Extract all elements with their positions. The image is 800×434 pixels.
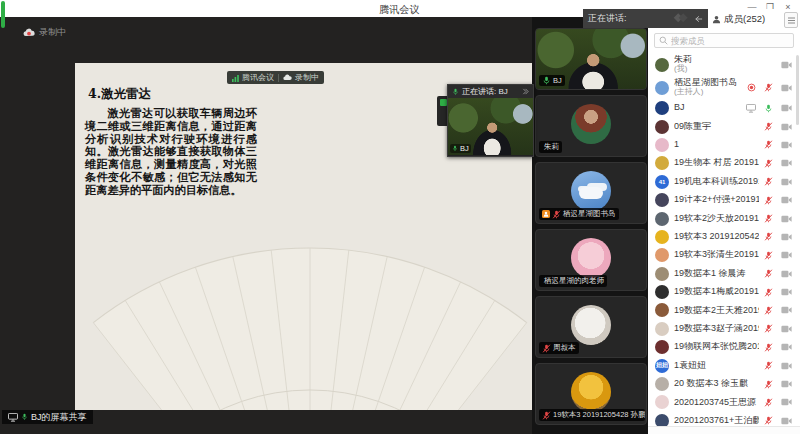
member-row[interactable]: 栖迟星湖图书岛 (主持人) (648, 76, 800, 99)
video-tile[interactable]: 栖迟星湖的肉老师 (535, 229, 647, 291)
member-row[interactable]: 妞妞 1袁妞妞 (648, 356, 800, 374)
screen-icon[interactable] (746, 104, 756, 113)
record-icon[interactable] (747, 83, 756, 92)
member-row[interactable]: 19数据本1 徐晨涛 (648, 265, 800, 283)
member-name: 20 数据本3 徐玉麒 (674, 379, 759, 389)
member-row[interactable]: 20201203761+王泊麒 (648, 412, 800, 426)
tile-name-label: 栖迟星湖的肉老师 (544, 276, 604, 286)
camera-icon[interactable] (781, 362, 792, 370)
mic-off-icon[interactable] (764, 269, 773, 278)
camera-icon[interactable] (781, 123, 792, 131)
meeting-stage: 录制中 腾讯会议 录制中 4.激光雷达 激光雷达可 (0, 17, 532, 434)
member-row[interactable]: 41 19机电本科训练20191205641 (648, 173, 800, 191)
video-tile[interactable]: 栖迟星湖图书岛 (535, 162, 647, 224)
member-row[interactable]: 19生物本 村居 20191205623 (648, 154, 800, 172)
video-tile[interactable]: BJ (535, 28, 647, 90)
collapse-panel-icon[interactable] (694, 15, 703, 23)
camera-icon[interactable] (781, 61, 792, 69)
camera-icon[interactable] (781, 159, 792, 167)
member-name: 朱莉 (674, 55, 776, 65)
recording-label: 录制中 (39, 26, 66, 39)
active-speaker-title: 正在讲话: BJ (462, 86, 508, 97)
mic-off-icon[interactable] (764, 251, 773, 260)
camera-icon[interactable] (781, 233, 792, 241)
member-name: 1 (674, 140, 759, 150)
video-tile[interactable]: 19软本3 20191205428 孙鹏 (535, 363, 647, 425)
mic-off-icon[interactable] (764, 398, 773, 407)
mic-off-icon[interactable] (764, 122, 773, 131)
member-row[interactable]: 20 数据本3 徐玉麒 (648, 375, 800, 393)
member-row[interactable]: 19计本2+付强+20191205708 (648, 191, 800, 209)
mic-off-icon[interactable] (764, 214, 773, 223)
mic-off-icon[interactable] (764, 140, 773, 149)
member-name: 19机电本科训练20191205641 (674, 177, 759, 187)
mic-off-icon (542, 411, 551, 420)
camera-icon[interactable] (781, 288, 792, 296)
mic-off-icon[interactable] (764, 361, 773, 370)
member-row[interactable]: 19数据本1梅威20191205498 (648, 283, 800, 301)
member-row[interactable]: 19物联网本张悦腾20191205737 (648, 338, 800, 356)
member-row[interactable]: 19数据本2王天雅20191205507 (648, 301, 800, 319)
mic-on-icon (21, 413, 28, 421)
mic-off-icon[interactable] (764, 306, 773, 315)
mic-off-icon[interactable] (764, 343, 773, 352)
member-name: 20201203745王思源 (674, 398, 759, 408)
member-row[interactable]: 20201203745王思源 (648, 393, 800, 411)
mic-off-icon[interactable] (764, 324, 773, 333)
camera-icon[interactable] (781, 270, 792, 278)
camera-icon[interactable] (781, 84, 792, 92)
mic-off-icon[interactable] (764, 232, 773, 241)
member-avatar (655, 267, 669, 281)
members-panel: 成员(252) 朱莉 (我) 栖迟星湖图书岛 (主持人) BJ (648, 9, 800, 434)
camera-icon[interactable] (781, 141, 792, 149)
member-name: 20201203761+王泊麒 (674, 416, 759, 426)
camera-icon[interactable] (781, 104, 792, 112)
panel-menu-button[interactable] (784, 12, 798, 28)
host-icon (542, 210, 550, 219)
tile-name-label: 19软本3 20191205428 孙鹏 (553, 410, 645, 420)
camera-icon[interactable] (781, 251, 792, 259)
mic-off-icon[interactable] (764, 416, 773, 425)
camera-icon[interactable] (781, 196, 792, 204)
video-tile[interactable]: 朱莉 (535, 95, 647, 157)
collapse-overlay-icon[interactable] (522, 88, 529, 95)
camera-icon[interactable] (781, 178, 792, 186)
tile-name-label: 朱莉 (544, 142, 559, 152)
member-avatar: 41 (655, 175, 669, 189)
camera-icon[interactable] (781, 325, 792, 333)
camera-icon[interactable] (781, 215, 792, 223)
member-row[interactable]: 1 (648, 136, 800, 154)
member-avatar (655, 395, 669, 409)
member-row[interactable]: 19软本3张清生20191205415 (648, 246, 800, 264)
camera-icon[interactable] (781, 306, 792, 314)
camera-icon[interactable] (781, 417, 792, 425)
member-row[interactable]: 19软本2沙天放20191205582 (648, 209, 800, 227)
mic-off-icon[interactable] (764, 83, 773, 92)
mic-on-icon[interactable] (764, 104, 773, 113)
member-row[interactable]: 朱莉 (我) (648, 53, 800, 76)
video-tile[interactable]: 周叔本 (535, 296, 647, 358)
member-row[interactable]: 09陈重宇 (648, 117, 800, 135)
members-tab[interactable]: 成员(252) (712, 13, 765, 26)
camera-icon[interactable] (781, 343, 792, 351)
active-speaker-window[interactable]: 正在讲话: BJ BJ (447, 84, 534, 157)
camera-icon[interactable] (781, 398, 792, 406)
member-avatar (655, 230, 669, 244)
member-avatar (655, 248, 669, 262)
mic-off-icon[interactable] (764, 177, 773, 186)
mic-off-icon[interactable] (764, 380, 773, 389)
member-row[interactable]: 19数据本3赵子涵20191205571 (648, 320, 800, 338)
mic-off-icon[interactable] (764, 196, 773, 205)
member-row[interactable]: 19软本3 20191205428 孙鹏 (648, 228, 800, 246)
member-avatar (655, 101, 669, 115)
tile-name-label: BJ (553, 76, 562, 85)
member-row[interactable]: BJ (648, 99, 800, 117)
member-name: 19数据本1梅威20191205498 (674, 287, 759, 297)
active-speaker-titlebar: 正在讲话: BJ (448, 85, 533, 98)
scrollbar-thumb[interactable] (796, 55, 799, 125)
mic-off-icon[interactable] (764, 159, 773, 168)
mic-off-icon[interactable] (764, 288, 773, 297)
member-avatar: 妞妞 (655, 359, 669, 373)
camera-icon[interactable] (781, 380, 792, 388)
search-input[interactable] (671, 36, 789, 46)
